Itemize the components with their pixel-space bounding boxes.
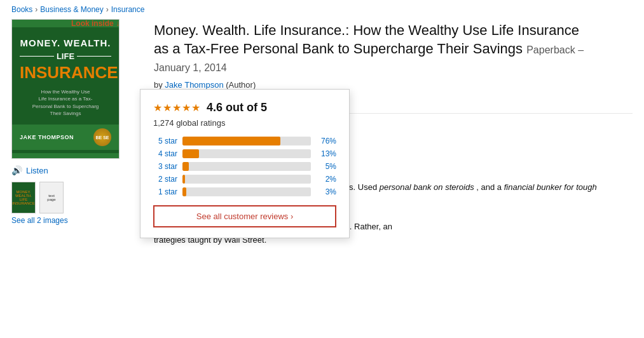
popup-star-2: ★ [163,102,172,114]
author-link[interactable]: Jake Thompson [165,80,223,90]
bar-pct-1star[interactable]: 3% [316,187,336,196]
breadcrumb-sep-1: › [35,5,38,14]
bar-track-2star [182,175,311,184]
cover-dash-row: LIFE [20,51,111,61]
thumbnail-1[interactable]: MONEY. WEALTH.LIFEINSURANCE [11,182,36,213]
rating-bar-3star: 3 star 5% [153,162,336,171]
cover-badge: BE SE [93,128,111,146]
popup-global-ratings: 1,274 global ratings [153,118,336,128]
bar-pct-2star[interactable]: 2% [316,175,336,184]
rating-bar-4star: 4 star 13% [153,149,336,158]
left-column: Look inside ↓ MONEY. WEALTH. LIFE INSURA… [11,19,139,247]
cover-title-area: MONEY. WEALTH. LIFE INSURANCE [12,30,119,82]
desc-em-1: personal bank on steroids [380,182,474,192]
book-title: Money. Wealth. Life Insurance.: How the … [154,22,586,76]
cover-title-insurance: INSURANCE [20,64,111,82]
bar-label-5star[interactable]: 5 star [153,137,177,145]
cover-subtitle: How the Wealthy UseLife Insurance as a T… [12,84,119,117]
breadcrumb-books[interactable]: Books [11,5,32,14]
author-line: by Jake Thompson (Author) [154,80,633,90]
book-title-text: Money. Wealth. Life Insurance.: How the … [154,22,579,57]
look-inside-label: Look inside [71,19,114,28]
bar-track-4star [182,149,311,158]
bar-label-4star[interactable]: 4 star [153,149,177,158]
look-inside-button[interactable]: Look inside ↓ [71,19,120,28]
listen-button[interactable]: 🔊 Listen [11,165,139,175]
ratings-popup: ★ ★ ★ ★ ★ 4.6 out of 5 1,274 global rati… [140,89,350,238]
bar-fill-5star [182,137,280,145]
book-cover-container: Look inside ↓ MONEY. WEALTH. LIFE INSURA… [11,19,120,159]
popup-rating-header: ★ ★ ★ ★ ★ 4.6 out of 5 [153,101,336,114]
rating-bar-5star: 5 star 76% [153,137,336,145]
bar-label-2star[interactable]: 2 star [153,175,177,184]
listen-icon: 🔊 [11,165,22,175]
see-all-reviews-button[interactable]: See all customer reviews › [153,205,336,227]
see-images-row: MONEY. WEALTH.LIFEINSURANCE textpage [11,182,139,213]
popup-star-1: ★ [153,102,162,114]
bar-label-3star[interactable]: 3 star [153,162,177,171]
cover-title-life: LIFE [57,51,74,61]
listen-label: Listen [26,166,48,175]
bar-pct-3star[interactable]: 5% [316,162,336,171]
dash-left [20,56,54,57]
author-role: (Author) [226,80,256,90]
dash-right [77,56,111,57]
bar-fill-4star [182,149,199,158]
bar-pct-5star[interactable]: 76% [316,137,336,145]
rating-bar-1star: 1 star 3% [153,187,336,196]
book-cover-image[interactable]: MONEY. WEALTH. LIFE INSURANCE How the We… [11,19,120,159]
cover-title-money: MONEY. WEALTH. [20,37,111,50]
bar-fill-3star [182,162,189,171]
bar-track-3star [182,162,311,171]
breadcrumb-insurance[interactable]: Insurance [111,5,145,14]
by-label: by [154,80,163,90]
popup-star-4: ★ [182,102,191,114]
bar-label-1star[interactable]: 1 star [153,187,177,196]
cover-author-name: JAKE THOMPSON [20,134,74,140]
breadcrumb: Books › Business & Money › Insurance [0,0,644,19]
look-inside-arrow-icon: ↓ [116,19,120,28]
breadcrumb-sep-2: › [106,5,109,14]
see-all-images-link[interactable]: See all 2 images [11,216,139,225]
cover-bottom-stripe [12,153,119,158]
popup-star-3: ★ [172,102,181,114]
bar-fill-1star [182,187,186,196]
popup-rating-value: 4.6 out of 5 [207,101,267,114]
bar-track-1star [182,187,311,196]
bar-fill-2star [182,175,185,184]
popup-star-5-half: ★ [191,102,200,114]
thumbnail-2[interactable]: textpage [39,182,64,213]
popup-stars: ★ ★ ★ ★ ★ [153,102,200,114]
breadcrumb-business[interactable]: Business & Money [40,5,103,14]
cover-author-bar: JAKE THOMPSON BE SE [12,125,119,150]
bar-pct-4star[interactable]: 13% [316,149,336,158]
bar-track-5star [182,137,311,145]
rating-bar-2star: 2 star 2% [153,175,336,184]
